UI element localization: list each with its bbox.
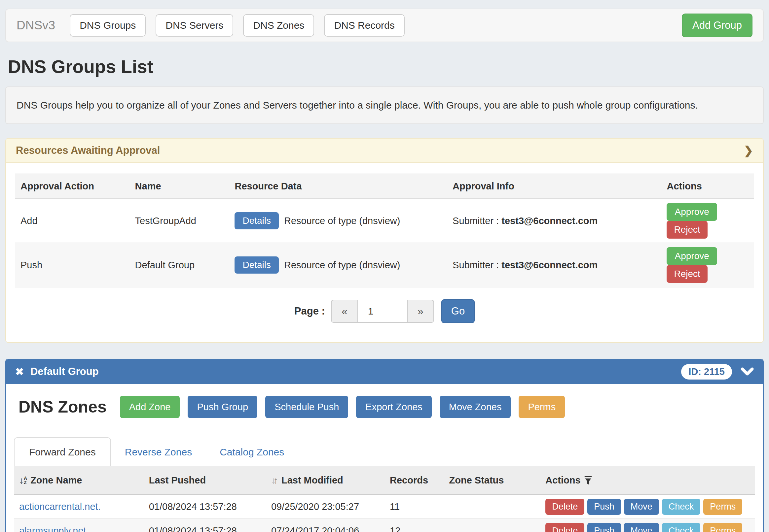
page-label: Page : [294,305,325,317]
group-panel-heading: ✖ Default Group ID: 2115 [6,359,763,384]
zones-title: DNS Zones [18,397,107,416]
group-panel-title: Default Group [30,366,99,378]
submitter-label: Submitter : [452,216,499,226]
resource-data-text: Resource of type (dnsview) [284,216,400,226]
zone-row: actioncarrental.net. 01/08/2024 13:57:28… [14,495,755,519]
page-description: DNS Groups help you to organize all of y… [5,86,764,124]
zones-table: ↓AZ Zone Name Last Pushed ↓↑ Last Modifi… [14,466,755,532]
chevron-down-icon[interactable] [741,367,754,376]
push-zone-button[interactable]: Push [587,499,621,515]
records-cell: 11 [384,495,444,519]
move-zones-button[interactable]: Move Zones [440,396,511,418]
nav-tab-dns-groups[interactable]: DNS Groups [70,14,146,37]
app-brand: DNSv3 [17,18,55,32]
approve-button[interactable]: Approve [667,203,717,221]
approval-name-cell: TestGroupAdd [130,199,230,243]
last-pushed-cell: 01/08/2024 13:57:28 [144,519,266,532]
nav-tab-dns-records[interactable]: DNS Records [324,14,404,37]
top-navbar: DNSv3 DNS Groups DNS Servers DNS Zones D… [5,9,764,42]
export-zones-button[interactable]: Export Zones [356,396,431,418]
approval-panel: Resources Awaiting Approval ❯ Approval A… [5,138,764,343]
push-group-button[interactable]: Push Group [187,396,257,418]
zone-status-cell [444,519,540,532]
delete-zone-button[interactable]: Delete [545,499,585,515]
col-records: Records [384,466,444,495]
push-zone-button[interactable]: Push [587,523,621,532]
approval-action-cell: Push [15,243,130,287]
details-button[interactable]: Details [235,212,279,229]
nav-tab-dns-servers[interactable]: DNS Servers [155,14,233,37]
col-approval-action: Approval Action [15,174,130,199]
page-number-input[interactable] [357,300,408,323]
details-button[interactable]: Details [235,256,279,274]
zone-row: alarmsupply.net. 01/08/2024 13:57:28 07/… [14,519,755,532]
records-cell: 12 [384,519,444,532]
delete-zone-button[interactable]: Delete [545,523,585,532]
zone-name-link[interactable]: actioncarrental.net. [19,501,101,512]
move-zone-button[interactable]: Move [624,499,659,515]
approval-pagination: Page : « » Go [15,299,754,323]
last-pushed-cell: 01/08/2024 13:57:28 [144,495,266,519]
perms-zone-button[interactable]: Perms [703,523,742,532]
nav-tab-dns-zones[interactable]: DNS Zones [243,14,314,37]
approval-name-cell: Default Group [130,243,230,287]
add-group-button[interactable]: Add Group [682,14,752,37]
resource-data-text: Resource of type (dnsview) [284,260,400,271]
col-name: Name [130,174,230,199]
col-approval-info: Approval Info [447,174,661,199]
col-last-modified[interactable]: ↓↑ Last Modified [266,466,384,495]
tab-forward-zones[interactable]: Forward Zones [14,437,111,466]
page-next-button[interactable]: » [408,300,434,323]
sort-icon: ↓↑ [271,476,278,485]
move-zone-button[interactable]: Move [624,523,659,532]
check-zone-button[interactable]: Check [662,499,701,515]
submitter-email: test3@6connect.com [501,260,598,270]
approval-table: Approval Action Name Resource Data Appro… [15,174,754,287]
submitter-label: Submitter : [452,260,499,270]
group-panel-body: DNS Zones Add Zone Push Group Schedule P… [6,384,763,532]
schedule-push-button[interactable]: Schedule Push [265,396,348,418]
approve-button[interactable]: Approve [667,247,717,265]
page-prev-button[interactable]: « [331,300,357,323]
zone-status-cell [444,495,540,519]
reject-button[interactable]: Reject [667,265,707,283]
col-zone-actions[interactable]: Actions [540,466,755,495]
approval-panel-body: Approval Action Name Resource Data Appro… [6,163,763,342]
zone-name-link[interactable]: alarmsupply.net. [19,525,89,532]
col-resource-data: Resource Data [229,174,447,199]
zones-header: DNS Zones Add Zone Push Group Schedule P… [18,396,755,418]
perms-button[interactable]: Perms [518,396,565,418]
approval-action-cell: Add [15,199,130,243]
group-id-badge: ID: 2115 [681,364,732,380]
last-modified-cell: 07/24/2017 20:04:06 [266,519,384,532]
col-zone-name[interactable]: ↓AZ Zone Name [14,466,144,495]
check-zone-button[interactable]: Check [662,523,701,532]
submitter-email: test3@6connect.com [501,216,598,226]
zone-tabs: Forward Zones Reverse Zones Catalog Zone… [14,437,755,466]
col-zone-status: Zone Status [444,466,540,495]
reject-button[interactable]: Reject [667,221,707,239]
page-go-button[interactable]: Go [441,299,475,323]
approval-row: Add TestGroupAdd Details Resource of typ… [15,199,754,243]
page: DNSv3 DNS Groups DNS Servers DNS Zones D… [0,0,769,532]
perms-zone-button[interactable]: Perms [703,499,742,515]
approval-panel-heading: Resources Awaiting Approval ❯ [6,139,763,163]
group-panel: ✖ Default Group ID: 2115 DNS Zones Add Z… [5,359,764,532]
approval-table-header-row: Approval Action Name Resource Data Appro… [15,174,754,199]
sort-alpha-icon: ↓AZ [19,476,27,485]
add-zone-button[interactable]: Add Zone [120,396,180,418]
close-icon[interactable]: ✖ [15,366,24,378]
chevron-right-icon[interactable]: ❯ [744,144,753,157]
filter-icon [584,476,593,485]
tab-reverse-zones[interactable]: Reverse Zones [111,438,206,466]
approval-row: Push Default Group Details Resource of t… [15,243,754,287]
col-actions: Actions [661,174,754,199]
tab-catalog-zones[interactable]: Catalog Zones [206,438,298,466]
page-title: DNS Groups List [8,56,764,77]
approval-panel-title: Resources Awaiting Approval [16,145,160,156]
col-last-pushed: Last Pushed [144,466,266,495]
last-modified-cell: 09/25/2020 23:05:27 [266,495,384,519]
zones-table-header-row: ↓AZ Zone Name Last Pushed ↓↑ Last Modifi… [14,466,755,495]
